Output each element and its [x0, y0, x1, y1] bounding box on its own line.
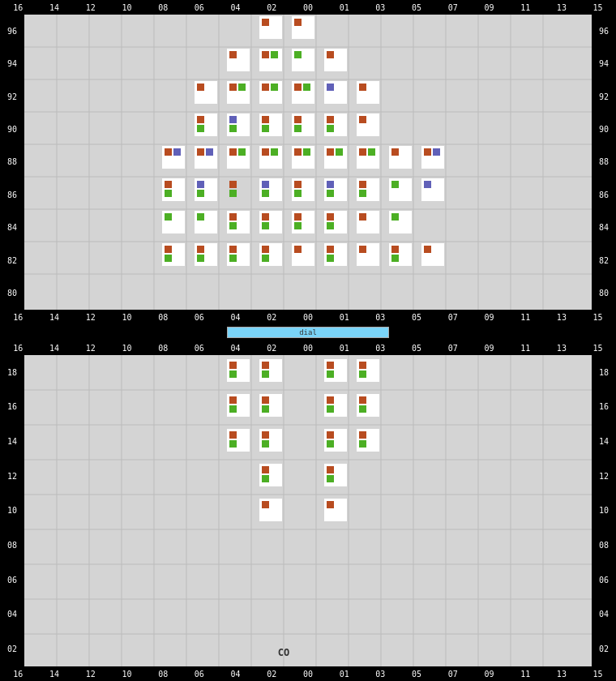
data-cell — [292, 211, 314, 233]
axis-label: 06 — [184, 313, 215, 322]
data-cell — [259, 81, 282, 104]
top-axis-label: 11 — [510, 3, 541, 12]
axis-label: 08 — [148, 313, 178, 322]
data-cell — [227, 394, 250, 417]
axis-label: 07 — [438, 313, 468, 322]
axis-label: 02 — [256, 313, 287, 322]
data-cell — [357, 146, 379, 169]
axis-label: 03 — [365, 313, 396, 322]
data-cell — [162, 243, 185, 266]
dial-bar[interactable]: dial — [227, 327, 389, 338]
data-cell — [195, 114, 217, 136]
top-axis-label: 01 — [329, 3, 360, 12]
data-cell — [357, 429, 379, 452]
data-cell — [259, 16, 282, 39]
top-axis-label: 04 — [220, 3, 251, 12]
data-cell — [259, 146, 282, 169]
data-cell — [292, 49, 314, 71]
data-cell — [292, 16, 314, 39]
top-axis-label: 13 — [546, 3, 577, 12]
top-axis-label: 00 — [293, 3, 323, 12]
data-cell — [259, 394, 282, 417]
data-cell — [357, 81, 379, 104]
top-axis-label: 12 — [75, 3, 106, 12]
data-cell — [227, 359, 250, 382]
top-axis-label: 08 — [148, 3, 178, 12]
data-cell — [357, 243, 379, 266]
data-cell — [195, 81, 217, 104]
top-axis-label: 03 — [365, 3, 396, 12]
axis-label: 09 — [473, 313, 504, 322]
data-cell — [227, 81, 250, 104]
data-cell — [195, 178, 217, 201]
data-cell — [162, 178, 185, 201]
axis-label: 13 — [546, 313, 577, 322]
data-cell — [324, 394, 347, 417]
data-cell — [259, 499, 282, 521]
data-cell — [389, 178, 412, 201]
separator-bar: dial — [0, 324, 616, 340]
grid-area — [24, 15, 592, 310]
data-cell — [195, 211, 217, 233]
data-cell — [259, 429, 282, 452]
axis-label: 00 — [293, 313, 323, 322]
data-cell — [259, 178, 282, 201]
data-cell — [324, 464, 347, 486]
data-cell — [292, 81, 314, 104]
data-cell — [162, 211, 185, 233]
data-cell — [324, 114, 347, 136]
data-cell — [227, 49, 250, 71]
top-panel: 16 14 12 10 08 06 04 02 00 01 03 05 07 0… — [0, 0, 616, 324]
axis-label: 15 — [583, 313, 614, 322]
top-axis-label: 15 — [583, 3, 614, 12]
data-cell — [324, 359, 347, 382]
axis-label: 04 — [220, 313, 251, 322]
axis-label: 10 — [111, 313, 142, 322]
data-cell — [195, 243, 217, 266]
axis-label: 05 — [401, 313, 432, 322]
bottom-grid-area: CO — [24, 355, 592, 666]
data-cell — [324, 81, 347, 104]
data-cell — [389, 146, 412, 169]
top-axis-label: 07 — [438, 3, 468, 12]
top-axis-label: 09 — [473, 3, 504, 12]
data-cell — [357, 178, 379, 201]
top-axis-label: 05 — [401, 3, 432, 12]
top-panel-bottom-axis: 16 14 12 10 08 06 04 02 00 01 03 05 07 0… — [0, 310, 616, 324]
top-axis-label: 14 — [39, 3, 70, 12]
axis-label: 12 — [75, 313, 106, 322]
data-cell — [324, 211, 347, 233]
data-cell — [324, 429, 347, 452]
data-cell — [324, 243, 347, 266]
data-cell — [324, 178, 347, 201]
data-cell — [421, 178, 444, 201]
data-cell — [324, 499, 347, 521]
data-cell — [292, 114, 314, 136]
data-cell — [227, 211, 250, 233]
data-cell — [357, 359, 379, 382]
data-cell — [259, 114, 282, 136]
right-axis: 96 94 92 90 88 86 84 82 80 — [592, 15, 616, 310]
dial-label: dial — [299, 328, 317, 336]
data-cell — [259, 464, 282, 486]
data-cell — [357, 114, 379, 136]
bottom-bottom-axis: 16 14 12 10 08 06 04 02 00 01 03 05 07 0… — [0, 666, 616, 681]
data-cell — [292, 146, 314, 169]
data-cell — [324, 146, 347, 169]
bottom-top-axis: 16 14 12 10 08 06 04 02 00 01 03 05 07 0… — [0, 340, 616, 355]
data-cell — [259, 49, 282, 71]
left-axis: 96 94 92 90 88 86 84 82 80 — [0, 15, 24, 310]
axis-label: 16 — [2, 313, 33, 322]
data-cell — [259, 359, 282, 382]
data-cell — [292, 243, 314, 266]
data-cell — [227, 146, 250, 169]
data-cell — [292, 178, 314, 201]
data-cell — [227, 114, 250, 136]
bottom-right-axis: 18 16 14 12 10 08 06 04 02 — [592, 355, 616, 666]
axis-label: 01 — [329, 313, 360, 322]
data-cell — [389, 243, 412, 266]
co-label: CO — [259, 647, 308, 658]
top-axis-label: 10 — [111, 3, 142, 12]
data-cell — [357, 211, 379, 233]
data-cell — [259, 211, 282, 233]
